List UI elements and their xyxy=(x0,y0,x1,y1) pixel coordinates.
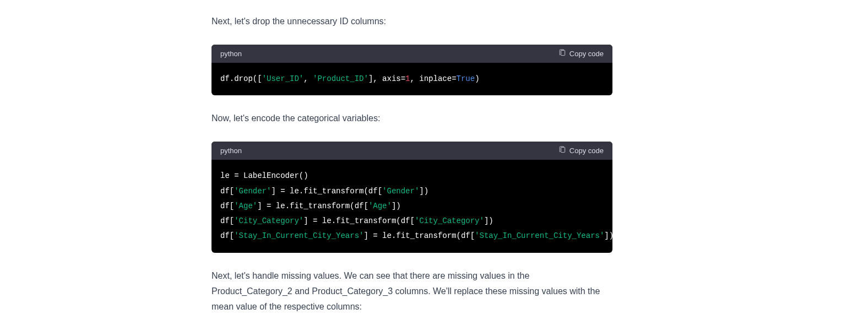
copy-code-button[interactable]: Copy code xyxy=(558,146,604,155)
svg-rect-1 xyxy=(561,148,565,153)
code-block-drop: python Copy code df.drop(['User_ID', 'Pr… xyxy=(211,45,612,95)
code-content: le = LabelEncoder() df['Gender'] = le.fi… xyxy=(220,169,604,243)
clipboard-icon xyxy=(558,49,566,58)
copy-code-label: Copy code xyxy=(569,50,604,58)
paragraph-intro-missing: Next, let's handle missing values. We ca… xyxy=(211,268,612,315)
svg-rect-0 xyxy=(561,50,565,55)
code-content: df.drop(['User_ID', 'Product_ID'], axis=… xyxy=(220,72,604,86)
paragraph-intro-encode: Now, let's encode the categorical variab… xyxy=(211,111,612,126)
code-body[interactable]: df.drop(['User_ID', 'Product_ID'], axis=… xyxy=(211,63,612,95)
clipboard-icon xyxy=(558,146,566,155)
code-header: python Copy code xyxy=(211,45,612,63)
code-block-encode: python Copy code le = LabelEncoder() df[… xyxy=(211,142,612,252)
code-header: python Copy code xyxy=(211,142,612,160)
paragraph-intro-drop: Next, let's drop the unnecessary ID colu… xyxy=(211,14,612,29)
article-content: Next, let's drop the unnecessary ID colu… xyxy=(211,14,612,315)
code-language-label: python xyxy=(220,50,242,58)
copy-code-button[interactable]: Copy code xyxy=(558,49,604,58)
code-body[interactable]: le = LabelEncoder() df['Gender'] = le.fi… xyxy=(211,160,612,252)
code-language-label: python xyxy=(220,147,242,155)
copy-code-label: Copy code xyxy=(569,147,604,155)
